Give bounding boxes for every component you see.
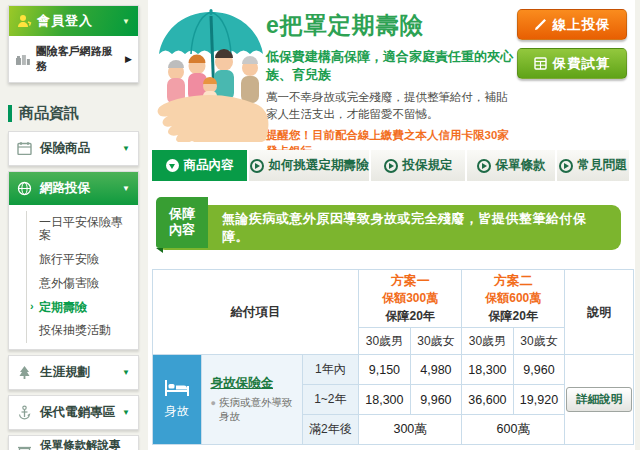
sidebar-item-label: 生涯規劃 bbox=[40, 364, 90, 381]
page: 會員登入 ▼ 團險客戶網路服務 ▶ 商品資訊 bbox=[0, 0, 640, 450]
chevron-down-icon: ▼ bbox=[122, 17, 130, 26]
sum-assured-value: 600萬 bbox=[462, 415, 565, 445]
anchor-icon bbox=[17, 405, 34, 420]
sidebar-item-life-plan[interactable]: 生涯規劃 ▼ bbox=[9, 356, 138, 389]
product-hero: e把罩定期壽險 低保費建構高保障，適合家庭責任重的夾心族、育兒族 萬一不幸身故或… bbox=[152, 2, 629, 144]
product-description: 萬一不幸身故或完全殘廢，提供整筆給付，補貼家人生活支出，才能留愛不留憾。 bbox=[266, 89, 515, 122]
product-title: e把罩定期壽險 bbox=[266, 10, 515, 41]
tab-apply-rules[interactable]: 投保規定 bbox=[371, 150, 465, 181]
premium-value: 18,300 bbox=[462, 355, 514, 385]
sum-assured-value: 300萬 bbox=[359, 415, 462, 445]
column-header-plan2: 方案二 保額600萬 保障20年 bbox=[462, 270, 565, 328]
tab-label: 常見問題 bbox=[578, 157, 628, 174]
premium-value: 36,600 bbox=[462, 385, 514, 415]
table-row: 身故 身故保險金 ● 疾病或意外導致身故 1年內 9,150 4,980 18,… bbox=[153, 355, 634, 385]
member-login-label: 會員登入 bbox=[37, 12, 93, 30]
group-service-label: 團險客戶網路服務 bbox=[36, 44, 123, 74]
sidebar-item-label: 網路投保 bbox=[40, 180, 90, 197]
subheader-male-30: 30歲男 bbox=[462, 328, 514, 355]
sidebar-item-policy-terms[interactable]: 保單條款解說專區 ▼ bbox=[9, 436, 138, 450]
product-subtitle: 低保費建構高保障，適合家庭責任重的夾心族、育兒族 bbox=[266, 48, 515, 84]
product-intro: e把罩定期壽險 低保費建構高保障，適合家庭責任重的夾心族、育兒族 萬一不幸身故或… bbox=[256, 2, 517, 144]
note-cell: 詳細說明 bbox=[565, 355, 634, 445]
sidebar-item-label: 保代電銷專區 bbox=[40, 404, 115, 421]
premium-value: 9,960 bbox=[513, 355, 565, 385]
sidebar-menu: 保險商品 ▼ 網路投保 ▼ 一日平安保險專案 旅行平安險 意外傷害險 ›定期壽險 bbox=[8, 131, 139, 450]
sidebar-item-label: 保險商品 bbox=[40, 140, 90, 157]
submenu-item-accident[interactable]: 意外傷害險 bbox=[26, 272, 138, 296]
benefit-note: ● 疾病或意外導致身故 bbox=[211, 396, 298, 423]
period-cell: 滿2年後 bbox=[302, 415, 359, 445]
death-benefit-link[interactable]: 身故保險金 bbox=[211, 376, 274, 390]
globe-icon bbox=[17, 181, 34, 196]
sidebar-section-title: 商品資訊 bbox=[8, 105, 143, 122]
tab-product-content[interactable]: 商品內容 bbox=[152, 150, 247, 181]
period-cell: 1年內 bbox=[302, 355, 359, 385]
tab-label: 保單條款 bbox=[496, 157, 546, 174]
submenu-item-lottery[interactable]: 投保抽獎活動 bbox=[26, 319, 138, 343]
premium-calc-button[interactable]: 保費試算 bbox=[517, 48, 627, 79]
chevron-down-icon: ▼ bbox=[122, 408, 130, 417]
subheader-female-30: 30歲女 bbox=[410, 328, 462, 355]
circle-arrow-down-icon bbox=[166, 159, 179, 172]
login-card: 會員登入 ▼ 團險客戶網路服務 ▶ bbox=[8, 5, 139, 83]
chevron-down-icon: ▼ bbox=[122, 144, 130, 153]
premium-value: 4,980 bbox=[410, 355, 462, 385]
online-apply-button[interactable]: 線上投保 bbox=[517, 9, 627, 40]
detail-button[interactable]: 詳細說明 bbox=[566, 387, 632, 412]
sidebar: 會員登入 ▼ 團險客戶網路服務 ▶ 商品資訊 bbox=[0, 0, 148, 450]
column-header-plan1: 方案一 保額300萬 保障20年 bbox=[359, 270, 462, 328]
online-insure-submenu: 一日平安保險專案 旅行平安險 意外傷害險 ›定期壽險 投保抽獎活動 bbox=[9, 205, 138, 350]
coverage-banner: 無論疾病或意外原因導致身故或完全殘廢，皆提供整筆給付保障。 bbox=[156, 205, 621, 250]
chevron-down-icon: ▼ bbox=[122, 368, 130, 377]
tab-label: 商品內容 bbox=[184, 157, 234, 174]
group-service-link[interactable]: 團險客戶網路服務 ▶ bbox=[9, 36, 138, 82]
online-apply-label: 線上投保 bbox=[553, 16, 611, 34]
calendar-icon bbox=[17, 141, 34, 156]
premium-value: 9,150 bbox=[359, 355, 411, 385]
tab-how-to-choose[interactable]: 如何挑選定期壽險 bbox=[249, 150, 369, 181]
sidebar-item-label: 保單條款解說專區 bbox=[40, 438, 122, 450]
subheader-male-30: 30歲男 bbox=[359, 328, 411, 355]
circle-arrow-right-icon bbox=[384, 159, 398, 173]
submenu-item-one-day[interactable]: 一日平安保險專案 bbox=[26, 211, 138, 249]
benefit-table: 給付項目 方案一 保額300萬 保障20年 方案二 保額600萬 保障20年 說… bbox=[152, 269, 634, 445]
tab-faq[interactable]: 常見問題 bbox=[557, 150, 629, 181]
circle-arrow-right-icon bbox=[250, 159, 264, 173]
presentation-icon bbox=[17, 445, 34, 450]
coverage-text: 無論疾病或意外原因導致身故或完全殘廢，皆提供整筆給付保障。 bbox=[222, 210, 607, 246]
period-cell: 1~2年 bbox=[302, 385, 359, 415]
bed-icon bbox=[164, 379, 190, 397]
submenu-item-term-life[interactable]: ›定期壽險 bbox=[26, 296, 138, 320]
premium-value: 19,920 bbox=[513, 385, 565, 415]
building-icon bbox=[15, 53, 31, 66]
product-tabbar: 商品內容 如何挑選定期壽險 投保規定 保單條款 常見問題 bbox=[152, 150, 629, 181]
column-header-note: 說明 bbox=[565, 270, 634, 355]
bullet-icon: ● bbox=[211, 396, 216, 423]
premium-value: 9,960 bbox=[410, 385, 462, 415]
premium-value: 18,300 bbox=[359, 385, 411, 415]
circle-arrow-right-icon bbox=[559, 159, 573, 173]
calculator-icon bbox=[534, 57, 547, 70]
column-header-benefit-item: 給付項目 bbox=[153, 270, 359, 355]
tree-icon bbox=[17, 365, 34, 380]
subheader-female-30: 30歲女 bbox=[513, 328, 565, 355]
sidebar-item-products[interactable]: 保險商品 ▼ bbox=[9, 132, 138, 165]
main-content: e把罩定期壽險 低保費建構高保障，適合家庭責任重的夾心族、育兒族 萬一不幸身故或… bbox=[148, 0, 635, 450]
coverage-label: 保障 內容 bbox=[156, 197, 208, 248]
sidebar-item-online-insure[interactable]: 網路投保 ▼ bbox=[9, 172, 138, 205]
submenu-item-travel[interactable]: 旅行平安險 bbox=[26, 248, 138, 272]
tab-policy-terms[interactable]: 保單條款 bbox=[467, 150, 555, 181]
pen-icon bbox=[534, 18, 547, 31]
category-cell-death: 身故 bbox=[153, 355, 202, 445]
chevron-down-icon: ▼ bbox=[122, 184, 130, 193]
active-arrow-icon: › bbox=[30, 300, 34, 313]
person-icon bbox=[17, 14, 32, 28]
coverage-section: 無論疾病或意外原因導致身故或完全殘廢，皆提供整筆給付保障。 保障 內容 bbox=[152, 197, 629, 257]
arrow-right-icon: ▶ bbox=[125, 54, 132, 64]
benefit-cell: 身故保險金 ● 疾病或意外導致身故 bbox=[201, 355, 302, 445]
action-buttons: 線上投保 保費試算 bbox=[517, 2, 629, 144]
circle-arrow-right-icon bbox=[477, 159, 491, 173]
member-login-button[interactable]: 會員登入 ▼ bbox=[9, 6, 138, 36]
sidebar-item-agent-telemarketing[interactable]: 保代電銷專區 ▼ bbox=[9, 396, 138, 429]
